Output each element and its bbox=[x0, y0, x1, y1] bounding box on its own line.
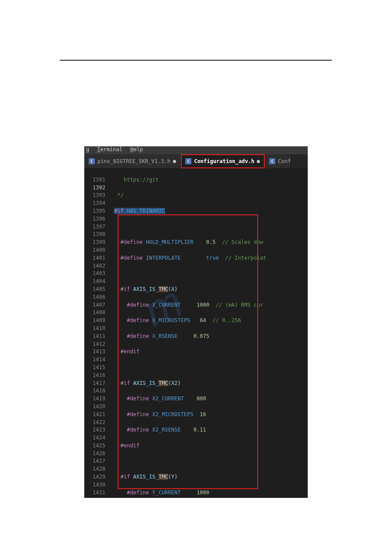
line-number: 1424 bbox=[84, 434, 105, 442]
line-number: 1409 bbox=[84, 317, 105, 325]
tab-conf-partial[interactable]: C Conf bbox=[265, 154, 291, 168]
line-number: 1426 bbox=[84, 450, 105, 458]
menu-bar: g Terminal Help bbox=[84, 146, 308, 154]
line-number: 1429 bbox=[84, 473, 105, 481]
line-number bbox=[84, 168, 105, 176]
menu-help[interactable]: Help bbox=[130, 146, 143, 152]
modified-dot-icon bbox=[173, 160, 176, 163]
modified-dot-icon bbox=[257, 160, 260, 163]
line-number: 1393 bbox=[84, 192, 105, 200]
tab-pins-bigtree[interactable]: C pins_BIGTREE_SKR_V1.3.h bbox=[84, 154, 181, 168]
tab-bar: C pins_BIGTREE_SKR_V1.3.h C Configuratio… bbox=[84, 154, 308, 168]
line-number: 1401 bbox=[84, 254, 105, 262]
line-number: 1417 bbox=[84, 380, 105, 388]
line-number: 1394 bbox=[84, 200, 105, 207]
line-number: 1407 bbox=[84, 301, 105, 309]
line-number: 1419 bbox=[84, 395, 105, 403]
line-number: 1408 bbox=[84, 309, 105, 317]
line-number: 1397 bbox=[84, 223, 105, 231]
line-number: 1413 bbox=[84, 348, 105, 356]
menu-fragment[interactable]: g bbox=[86, 146, 89, 152]
line-number: 1425 bbox=[84, 442, 105, 450]
c-file-icon: C bbox=[185, 158, 191, 164]
c-file-icon: C bbox=[269, 158, 275, 164]
tab-configuration-adv[interactable]: C Configuration_adv.h bbox=[181, 154, 265, 168]
tab-label: Configuration_adv.h bbox=[194, 158, 254, 164]
line-number: 1400 bbox=[84, 247, 105, 254]
line-number: 1414 bbox=[84, 356, 105, 364]
line-number: 1423 bbox=[84, 426, 105, 434]
line-number: 1395 bbox=[84, 207, 105, 215]
code-editor: g Terminal Help C pins_BIGTREE_SKR_V1.3.… bbox=[84, 146, 308, 498]
line-number: 1415 bbox=[84, 364, 105, 372]
line-number: 1392 bbox=[84, 184, 105, 192]
line-number: 1428 bbox=[84, 465, 105, 473]
line-number: 1396 bbox=[84, 215, 105, 223]
line-number: 1430 bbox=[84, 481, 105, 489]
line-number: 1391 bbox=[84, 176, 105, 184]
line-number: 1399 bbox=[84, 239, 105, 247]
line-number: 1405 bbox=[84, 286, 105, 294]
code-area: 1391 1392 1393 1394 1395 1396 1397 1398 … bbox=[84, 168, 308, 498]
c-file-icon: C bbox=[89, 158, 95, 164]
line-number: 1402 bbox=[84, 262, 105, 270]
line-number: 1416 bbox=[84, 372, 105, 380]
line-number: 1418 bbox=[84, 387, 105, 395]
line-number: 1398 bbox=[84, 231, 105, 239]
line-number: 1420 bbox=[84, 403, 105, 411]
tab-label: pins_BIGTREE_SKR_V1.3.h bbox=[97, 158, 170, 164]
line-number: 1404 bbox=[84, 278, 105, 286]
line-number: 1422 bbox=[84, 419, 105, 427]
line-number: 1403 bbox=[84, 270, 105, 278]
line-number: 1432 bbox=[84, 497, 105, 498]
horizontal-rule bbox=[60, 60, 332, 61]
tab-label: Conf bbox=[278, 158, 291, 164]
line-number: 1431 bbox=[84, 489, 105, 497]
menu-terminal[interactable]: Terminal bbox=[97, 146, 122, 152]
line-number: 1410 bbox=[84, 325, 105, 333]
line-number: 1427 bbox=[84, 457, 105, 465]
line-number: 1406 bbox=[84, 294, 105, 301]
line-number: 1421 bbox=[84, 411, 105, 419]
code-content[interactable]: https://git */ #if HAS_TRINAMIC #define … bbox=[111, 168, 308, 498]
line-number: 1412 bbox=[84, 341, 105, 348]
line-number: 1411 bbox=[84, 333, 105, 341]
line-number-gutter: 1391 1392 1393 1394 1395 1396 1397 1398 … bbox=[84, 168, 111, 498]
